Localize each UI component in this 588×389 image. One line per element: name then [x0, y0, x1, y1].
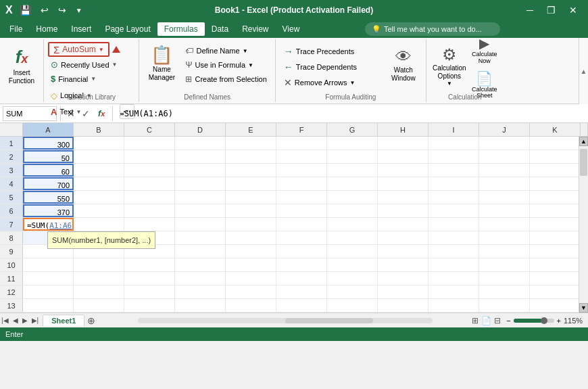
- cell-D10[interactable]: [175, 258, 226, 271]
- cell-F13[interactable]: [276, 299, 327, 312]
- cell-I9[interactable]: [428, 245, 479, 258]
- cell-I1[interactable]: [428, 137, 479, 150]
- cell-J4[interactable]: [479, 177, 530, 190]
- cell-E13[interactable]: [226, 299, 276, 312]
- cell-C2[interactable]: [124, 150, 175, 163]
- zoom-handle[interactable]: [541, 317, 547, 324]
- cell-J3[interactable]: [479, 164, 530, 177]
- menu-home[interactable]: Home: [29, 22, 64, 36]
- cell-K10[interactable]: [530, 258, 579, 271]
- restore-button[interactable]: ❐: [541, 3, 561, 17]
- cell-I12[interactable]: [428, 285, 479, 298]
- cell-G8[interactable]: [327, 231, 378, 244]
- cell-I11[interactable]: [428, 272, 479, 285]
- row-num-7[interactable]: 7: [0, 218, 23, 231]
- cell-F7[interactable]: [276, 218, 327, 231]
- col-header-D[interactable]: D: [175, 123, 226, 136]
- cell-D4[interactable]: [175, 177, 226, 190]
- first-sheet-button[interactable]: |◀: [0, 315, 10, 325]
- autosum-button[interactable]: Σ AutoSum ▼: [48, 42, 109, 57]
- cell-B10[interactable]: [74, 258, 124, 271]
- cell-G7[interactable]: [327, 218, 378, 231]
- menu-insert[interactable]: Insert: [64, 22, 98, 36]
- cell-E2[interactable]: [226, 150, 276, 163]
- cell-K11[interactable]: [530, 272, 579, 285]
- cell-C13[interactable]: [124, 299, 175, 312]
- trace-dependents-button[interactable]: ← Trace Dependents: [281, 60, 383, 74]
- cell-F4[interactable]: [276, 177, 327, 190]
- cell-H4[interactable]: [378, 177, 428, 190]
- row-num-10[interactable]: 10: [0, 258, 23, 271]
- cell-H12[interactable]: [378, 285, 428, 298]
- row-num-2[interactable]: 2: [0, 150, 23, 163]
- financial-arrow[interactable]: ▼: [91, 76, 96, 82]
- define-name-button[interactable]: 🏷 Define Name ▼: [182, 45, 269, 57]
- cell-E12[interactable]: [226, 285, 276, 298]
- col-header-A[interactable]: A: [23, 123, 74, 136]
- cell-F11[interactable]: [276, 272, 327, 285]
- ribbon-expander-button[interactable]: ▲: [579, 38, 588, 104]
- cell-J11[interactable]: [479, 272, 530, 285]
- cell-H3[interactable]: [378, 164, 428, 177]
- col-header-F[interactable]: F: [276, 123, 327, 136]
- row-num-3[interactable]: 3: [0, 164, 23, 177]
- cell-E9[interactable]: [226, 245, 276, 258]
- cell-G9[interactable]: [327, 245, 378, 258]
- cell-D13[interactable]: [175, 299, 226, 312]
- cell-J5[interactable]: [479, 191, 530, 204]
- cell-K7[interactable]: [530, 218, 579, 231]
- cell-C10[interactable]: [124, 258, 175, 271]
- cell-B5[interactable]: [74, 191, 124, 204]
- cell-F3[interactable]: [276, 164, 327, 177]
- cell-E8[interactable]: [226, 231, 276, 244]
- recently-used-button[interactable]: ⊙ Recently Used ▼: [48, 58, 134, 71]
- scroll-down-button[interactable]: ▼: [579, 303, 588, 313]
- cell-B12[interactable]: [74, 285, 124, 298]
- cell-A12[interactable]: [23, 285, 74, 298]
- cell-C6[interactable]: [124, 204, 175, 217]
- cell-C12[interactable]: [124, 285, 175, 298]
- zoom-in-button[interactable]: +: [557, 317, 561, 325]
- cell-G13[interactable]: [327, 299, 378, 312]
- cell-D8[interactable]: [175, 231, 226, 244]
- remove-arrows-arrow[interactable]: ▼: [349, 80, 355, 86]
- menu-view[interactable]: View: [276, 22, 307, 36]
- row-num-8[interactable]: 8: [0, 231, 23, 244]
- autosum-dropdown-arrow[interactable]: ▼: [99, 47, 104, 53]
- col-header-J[interactable]: J: [479, 123, 530, 136]
- scroll-thumb[interactable]: [580, 149, 587, 176]
- h-scroll-thumb[interactable]: [285, 318, 374, 323]
- cell-B2[interactable]: [74, 150, 124, 163]
- col-header-B[interactable]: B: [74, 123, 124, 136]
- row-num-6[interactable]: 6: [0, 204, 23, 217]
- cell-I7[interactable]: [428, 218, 479, 231]
- close-button[interactable]: ✕: [564, 3, 583, 17]
- cell-C3[interactable]: [124, 164, 175, 177]
- horizontal-scroll-area[interactable]: [98, 318, 472, 323]
- cell-H6[interactable]: [378, 204, 428, 217]
- cell-D11[interactable]: [175, 272, 226, 285]
- cell-D2[interactable]: [175, 150, 226, 163]
- name-manager-button[interactable]: 📋 NameManager: [145, 42, 178, 85]
- col-header-E[interactable]: E: [226, 123, 276, 136]
- cell-A2[interactable]: 50: [23, 150, 74, 163]
- col-header-C[interactable]: C: [124, 123, 175, 136]
- cell-C4[interactable]: [124, 177, 175, 190]
- undo-button[interactable]: ↩: [38, 3, 51, 17]
- cell-K9[interactable]: [530, 245, 579, 258]
- cell-K1[interactable]: [530, 137, 579, 150]
- cell-F10[interactable]: [276, 258, 327, 271]
- recently-used-arrow[interactable]: ▼: [112, 62, 118, 68]
- cell-G11[interactable]: [327, 272, 378, 285]
- cell-F1[interactable]: [276, 137, 327, 150]
- cell-K5[interactable]: [530, 191, 579, 204]
- row-num-9[interactable]: 9: [0, 245, 23, 258]
- cell-H10[interactable]: [378, 258, 428, 271]
- create-from-selection-button[interactable]: ⊞ Create from Selection: [182, 73, 269, 85]
- cell-J2[interactable]: [479, 150, 530, 163]
- text-button[interactable]: A Text ▼: [48, 104, 116, 119]
- cell-A4[interactable]: 700: [23, 177, 74, 190]
- cell-E4[interactable]: [226, 177, 276, 190]
- cell-I4[interactable]: [428, 177, 479, 190]
- cell-J1[interactable]: [479, 137, 530, 150]
